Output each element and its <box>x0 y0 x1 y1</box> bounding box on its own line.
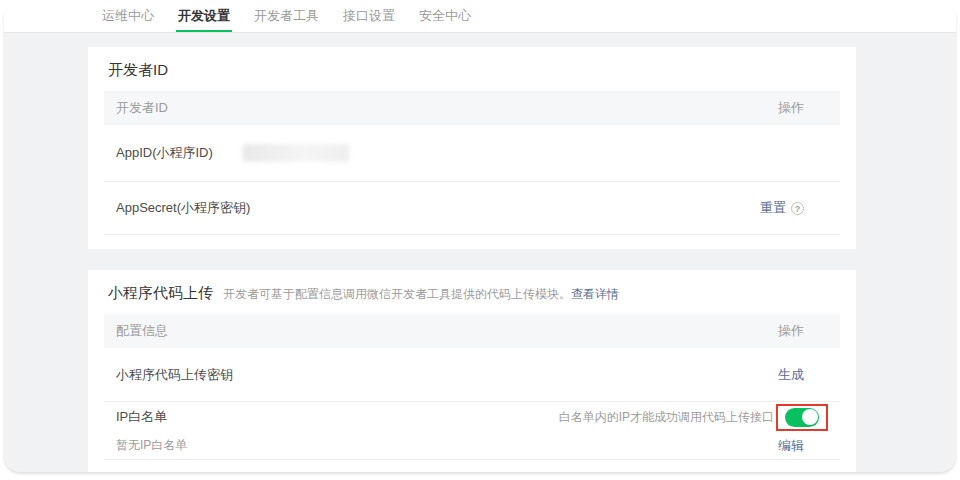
code-upload-table-header: 配置信息 操作 <box>104 314 840 348</box>
top-tab-nav: 运维中心 开发设置 开发者工具 接口设置 安全中心 <box>4 2 956 33</box>
red-annotation-box <box>776 404 828 431</box>
developer-id-title-row: 开发者ID <box>88 47 856 91</box>
appsecret-label: AppSecret(小程序密钥) <box>116 199 250 217</box>
table-row-no-ip: 暂无IP白名单 编辑 <box>104 432 840 460</box>
question-circle-icon[interactable]: ? <box>791 202 804 215</box>
table-row-appid: AppID(小程序ID) <box>104 125 840 182</box>
view-details-link[interactable]: 查看详情 <box>571 286 619 303</box>
appid-redacted-value <box>243 144 349 162</box>
toggle-knob <box>802 409 818 425</box>
developer-id-header-action: 操作 <box>778 99 804 117</box>
appid-label: AppID(小程序ID) <box>116 144 213 162</box>
ip-whitelist-toggle[interactable] <box>785 408 819 427</box>
config-info-header-label: 配置信息 <box>116 322 168 340</box>
developer-id-header-label: 开发者ID <box>116 99 168 117</box>
appsecret-reset-link[interactable]: 重置 ? <box>760 199 804 217</box>
config-info-header-action: 操作 <box>778 322 804 340</box>
developer-id-card: 开发者ID 开发者ID 操作 AppID(小程序ID) AppSecret(小程… <box>88 47 856 249</box>
upload-key-label: 小程序代码上传密钥 <box>116 366 233 384</box>
tab-development-settings[interactable]: 开发设置 <box>176 2 232 32</box>
table-row-appsecret: AppSecret(小程序密钥) 重置 ? <box>104 182 840 235</box>
code-upload-title-row: 小程序代码上传 开发者可基于配置信息调用微信开发者工具提供的代码上传模块。 查看… <box>88 270 856 314</box>
generate-key-link[interactable]: 生成 <box>778 366 804 384</box>
reset-link-label[interactable]: 重置 <box>760 199 786 217</box>
code-upload-description: 开发者可基于配置信息调用微信开发者工具提供的代码上传模块。 <box>223 286 571 303</box>
table-row-ip-whitelist: IP白名单 白名单内的IP才能成功调用代码上传接口 <box>104 402 840 432</box>
tab-operations-center[interactable]: 运维中心 <box>100 2 156 32</box>
ip-whitelist-note: 白名单内的IP才能成功调用代码上传接口 <box>559 409 774 426</box>
code-upload-card: 小程序代码上传 开发者可基于配置信息调用微信开发者工具提供的代码上传模块。 查看… <box>88 270 856 472</box>
developer-id-section-title: 开发者ID <box>108 61 168 80</box>
table-row-upload-key: 小程序代码上传密钥 生成 <box>104 348 840 402</box>
ip-whitelist-label: IP白名单 <box>116 408 167 426</box>
tab-api-settings[interactable]: 接口设置 <box>341 2 397 32</box>
edit-ip-whitelist-link[interactable]: 编辑 <box>778 437 804 455</box>
developer-id-table-header: 开发者ID 操作 <box>104 91 840 125</box>
no-ip-whitelist-label: 暂无IP白名单 <box>116 437 187 454</box>
tab-developer-tools[interactable]: 开发者工具 <box>252 2 321 32</box>
settings-page-frame: 运维中心 开发设置 开发者工具 接口设置 安全中心 开发者ID 开发者ID 操作… <box>4 2 956 472</box>
code-upload-section-title: 小程序代码上传 <box>108 284 213 303</box>
tab-security-center[interactable]: 安全中心 <box>417 2 473 32</box>
